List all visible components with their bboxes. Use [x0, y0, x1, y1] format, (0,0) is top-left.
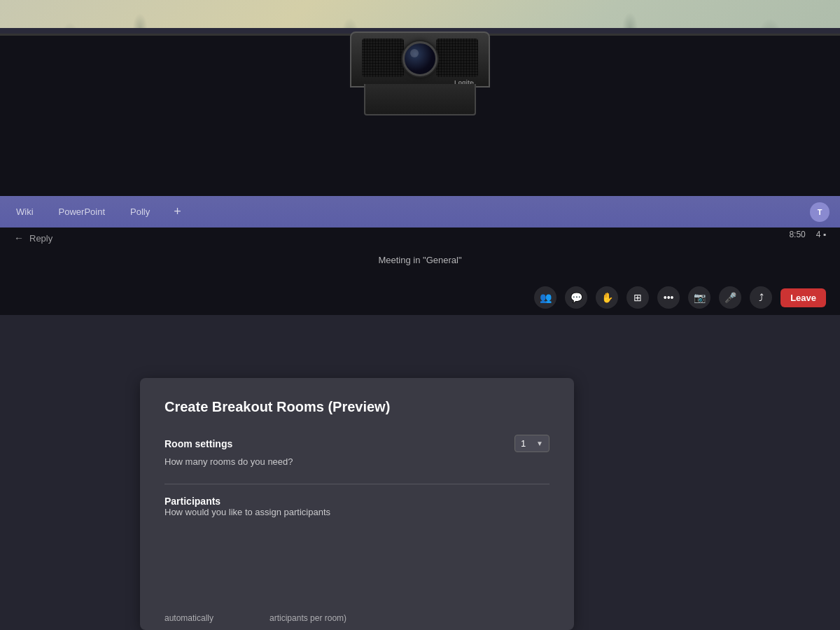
- cutoff-text-participants: articipants per room): [270, 613, 346, 623]
- teams-tab-bar: Wiki PowerPoint Polly + T: [0, 196, 840, 227]
- rooms-count-value: 1: [521, 438, 526, 449]
- participants-description: How would you like to assign participant…: [164, 507, 550, 517]
- rooms-count-dropdown[interactable]: 1 ▼: [514, 435, 550, 452]
- avatar[interactable]: T: [810, 202, 830, 222]
- participants-section: Participants How would you like to assig…: [164, 496, 550, 517]
- webcam-grille-left: [362, 38, 404, 77]
- control-hand-icon[interactable]: ✋: [596, 286, 618, 309]
- section-divider: [164, 484, 550, 484]
- leave-button[interactable]: Leave: [780, 288, 826, 307]
- teams-header-right: T: [810, 202, 830, 222]
- tab-polly[interactable]: Polly: [125, 204, 155, 220]
- tab-add-button[interactable]: +: [169, 203, 186, 220]
- control-video-icon[interactable]: 📷: [688, 286, 710, 309]
- chevron-down-icon: ▼: [536, 440, 543, 447]
- room-settings-label: Room settings: [164, 438, 232, 449]
- tab-powerpoint[interactable]: PowerPoint: [53, 204, 111, 220]
- time-display: 8:50 4 ▪: [789, 230, 826, 239]
- webcam-grille-right: [436, 38, 478, 77]
- meeting-title: Meeting in "General": [378, 255, 461, 265]
- room-settings-section: Room settings 1 ▼ How many rooms do you …: [164, 435, 550, 467]
- webcam-body: Logitech: [350, 31, 490, 88]
- room-settings-description: How many rooms do you need?: [164, 456, 550, 467]
- cutoff-text-auto: automatically: [164, 613, 214, 623]
- time-text: 8:50: [789, 230, 805, 239]
- meeting-controls-bar: 👥 💬 ✋ ⊞ ••• 📷 🎤 ⤴ Leave: [0, 280, 840, 315]
- breakout-panel-title: Create Breakout Rooms (Preview): [164, 399, 550, 415]
- control-dots-icon[interactable]: •••: [657, 286, 680, 309]
- control-people-icon[interactable]: 👥: [534, 286, 556, 309]
- reply-bar: ← Reply: [0, 227, 280, 248]
- control-chat-icon[interactable]: 💬: [565, 286, 587, 309]
- bottom-cutoff-area: automatically articipants per room): [140, 595, 574, 630]
- control-layout-icon[interactable]: ⊞: [626, 286, 649, 309]
- reply-arrow-icon: ←: [14, 232, 24, 244]
- reply-label[interactable]: Reply: [29, 233, 52, 244]
- webcam-mount: [364, 84, 476, 115]
- control-share-icon[interactable]: ⤴: [750, 286, 772, 309]
- participants-label: Participants: [164, 496, 550, 507]
- time-suffix: 4 ▪: [816, 230, 826, 239]
- tab-wiki[interactable]: Wiki: [10, 204, 39, 220]
- webcam-lens: [402, 41, 438, 76]
- webcam: Logitech: [350, 31, 490, 115]
- room-settings-header: Room settings 1 ▼: [164, 435, 550, 452]
- control-mic-icon[interactable]: 🎤: [719, 286, 741, 309]
- meeting-header: Meeting in "General": [0, 253, 840, 266]
- breakout-rooms-panel: Create Breakout Rooms (Preview) Room set…: [140, 378, 574, 630]
